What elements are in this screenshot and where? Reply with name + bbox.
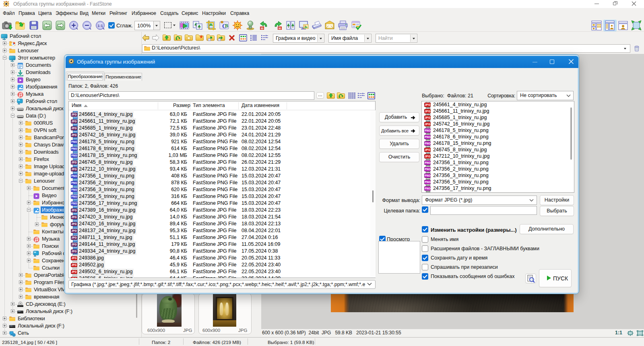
svg-text:B: B: [225, 23, 228, 29]
svg-text:90: 90: [260, 27, 264, 30]
svg-text:90: 90: [278, 27, 281, 30]
svg-text:1:1: 1:1: [97, 24, 103, 28]
